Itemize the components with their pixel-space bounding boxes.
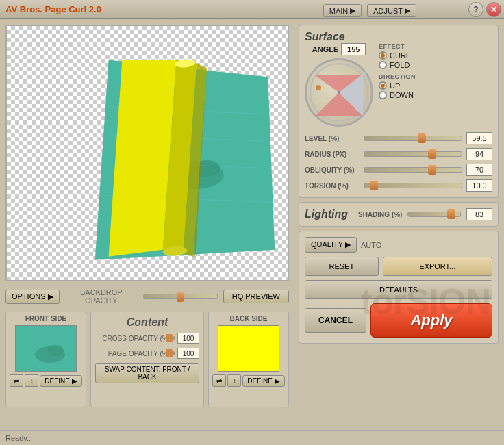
curl-radio[interactable] (379, 51, 387, 60)
obliquity-slider-thumb[interactable] (428, 165, 436, 175)
back-side-label: BACK SIDE (229, 315, 267, 322)
defaults-row: DEFAULTS (305, 280, 492, 299)
surface-top: ANGLE 155 (305, 43, 492, 127)
obliquity-slider-row: OBLIQUITY (%) 70 (305, 164, 492, 176)
adjust-nav-button[interactable]: ADJUST ▶ (367, 4, 416, 17)
effect-group-label: EFFECT (379, 43, 416, 50)
down-radio[interactable] (379, 91, 387, 99)
torsion-slider[interactable] (364, 183, 462, 188)
back-move-icon[interactable]: ↕ (227, 374, 241, 387)
front-side-controls: ⇄ ↕ DEFINE ▶ (10, 374, 81, 387)
radius-slider-row: RADIUS (PX) 94 (305, 148, 492, 160)
obliquity-label: OBLIQUITY (%) (305, 166, 360, 174)
preview-controls: OPTIONS ▶ BACKDROP OPACITY HQ PREVIEW (5, 285, 289, 307)
curl-label: CURL (390, 51, 410, 60)
front-thumb (15, 325, 77, 372)
cancel-button[interactable]: CANCEL (305, 308, 366, 333)
torsion-slider-row: TORSION (%) 10.0 (305, 179, 492, 192)
content-panel: Content CROSS OPACITY (%) 100 PAGE OPACI… (90, 312, 204, 407)
shading-slider-thumb[interactable] (447, 209, 455, 219)
back-swap-icon[interactable]: ⇄ (212, 374, 226, 387)
hq-preview-button[interactable]: HQ PREVIEW (223, 290, 289, 303)
front-swap-icon[interactable]: ⇄ (10, 374, 23, 387)
cross-opacity-label: CROSS OPACITY (%) (95, 335, 171, 342)
fold-radio-row[interactable]: FOLD (379, 61, 416, 69)
app-title: AV Bros. Page Curl 2.0 (5, 4, 101, 14)
dial-preview-svg (308, 62, 370, 123)
swap-content-button[interactable]: SWAP CONTENT: FRONT / BACK (95, 363, 199, 383)
torsion-label: TORSION (%) (305, 182, 360, 190)
auto-label: AUTO (361, 241, 381, 249)
backdrop-label: BACKDROP OPACITY (65, 288, 138, 305)
front-move-icon[interactable]: ↕ (25, 374, 38, 387)
surface-section: Surface ANGLE 155 (299, 25, 499, 198)
down-label: DOWN (390, 91, 414, 99)
lighting-title: Lighting (305, 208, 353, 220)
left-panel: OPTIONS ▶ BACKDROP OPACITY HQ PREVIEW FR… (0, 19, 294, 430)
curl-radio-row[interactable]: CURL (379, 51, 416, 60)
reset-export-row: RESET EXPORT... (305, 257, 492, 276)
back-side-controls: ⇄ ↕ DEFINE ▶ (212, 374, 284, 387)
page-opacity-row: PAGE OPACITY (%) 100 (95, 348, 199, 359)
fold-radio[interactable] (379, 61, 387, 69)
page-opacity-label: PAGE OPACITY (%) (95, 350, 171, 357)
lighting-section: Lighting SHADING (%) 83 (299, 202, 499, 227)
back-define-button[interactable]: DEFINE ▶ (242, 375, 284, 387)
angle-value[interactable]: 155 (341, 43, 366, 55)
obliquity-slider[interactable] (364, 167, 462, 173)
down-radio-row[interactable]: DOWN (379, 91, 416, 99)
bottom-section: FRONT SIDE ⇄ ↕ DEFINE ▶ Content (5, 312, 289, 407)
content-title: Content (127, 316, 168, 329)
defaults-button[interactable]: DEFAULTS (305, 280, 492, 299)
backdrop-slider-thumb[interactable] (177, 292, 184, 302)
options-button[interactable]: OPTIONS ▶ (5, 290, 60, 304)
level-value[interactable]: 59.5 (466, 132, 492, 144)
radius-label: RADIUS (PX) (305, 151, 360, 158)
level-label: LEVEL (%) (305, 135, 360, 142)
svg-point-18 (47, 345, 64, 356)
level-slider-row: LEVEL (%) 59.5 (305, 132, 492, 144)
fold-label: FOLD (390, 61, 410, 69)
svg-point-22 (316, 85, 321, 90)
quality-row: QUALITY ▶ AUTO (305, 237, 492, 253)
angle-dial[interactable] (305, 58, 373, 127)
shading-label: SHADING (%) (358, 211, 402, 218)
angle-row: ANGLE 155 (312, 43, 366, 55)
torsion-value[interactable]: 10.0 (466, 179, 492, 192)
angle-dial-area: ANGLE 155 (305, 43, 373, 127)
obliquity-value[interactable]: 70 (466, 164, 492, 176)
surface-title: Surface (305, 31, 345, 42)
right-panel: Surface ANGLE 155 (294, 19, 504, 430)
up-radio[interactable] (379, 81, 387, 90)
radius-slider[interactable] (364, 151, 462, 157)
preview-area (5, 25, 289, 281)
front-side-label: FRONT SIDE (25, 315, 67, 322)
page-opacity-slider[interactable] (173, 351, 175, 355)
torsion-slider-thumb[interactable] (370, 181, 378, 190)
close-button[interactable]: ✕ (486, 2, 501, 17)
shading-value[interactable]: 83 (466, 208, 492, 220)
radius-slider-thumb[interactable] (428, 149, 436, 159)
export-button[interactable]: EXPORT... (383, 257, 492, 276)
title-bar: AV Bros. Page Curl 2.0 MAIN ▶ ADJUST ▶ ?… (0, 0, 504, 19)
shading-slider[interactable] (407, 212, 461, 217)
main-nav-button[interactable]: MAIN ▶ (323, 4, 362, 17)
cancel-apply-row: CANCEL Apply (305, 303, 492, 338)
up-radio-row[interactable]: UP (379, 81, 416, 90)
front-define-button[interactable]: DEFINE ▶ (40, 375, 81, 387)
effect-direction-panel: EFFECT CURL FOLD DIRECTION (379, 43, 416, 127)
front-side-panel: FRONT SIDE ⇄ ↕ DEFINE ▶ (5, 312, 86, 407)
up-label: UP (390, 81, 400, 90)
cross-opacity-slider[interactable] (173, 336, 175, 340)
level-slider[interactable] (364, 136, 462, 141)
reset-button[interactable]: RESET (305, 257, 379, 276)
level-slider-thumb[interactable] (418, 134, 426, 143)
window-controls: ? ✕ (468, 2, 501, 17)
radius-value[interactable]: 94 (466, 148, 492, 160)
apply-button[interactable]: Apply (370, 303, 492, 338)
help-button[interactable]: ? (468, 2, 483, 17)
quality-button[interactable]: QUALITY ▶ (305, 237, 357, 253)
direction-group-label: DIRECTION (379, 73, 416, 80)
effect-group: EFFECT CURL FOLD (379, 43, 416, 69)
back-side-panel: BACK SIDE ⇄ ↕ DEFINE ▶ (208, 312, 289, 407)
